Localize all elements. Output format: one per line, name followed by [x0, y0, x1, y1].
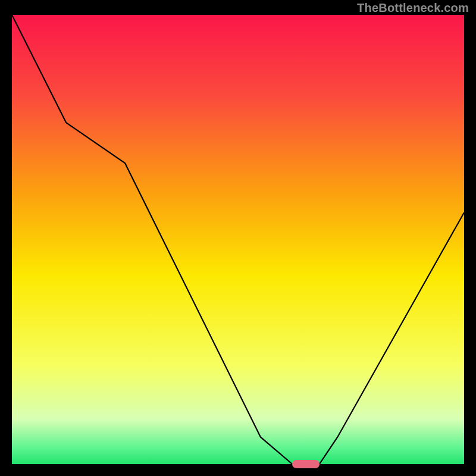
bottleneck-chart: TheBottleneck.com: [0, 0, 476, 476]
optimal-marker: [292, 460, 320, 468]
plot-background: [12, 15, 464, 464]
chart-canvas: [0, 0, 476, 476]
watermark-text: TheBottleneck.com: [357, 1, 469, 15]
